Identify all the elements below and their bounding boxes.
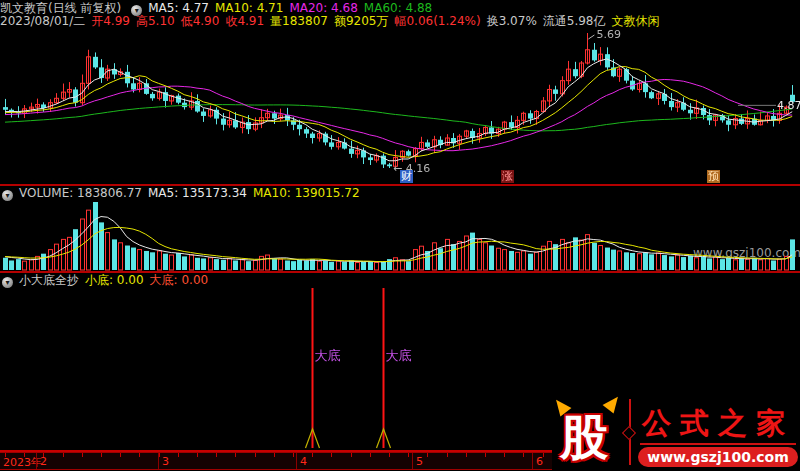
axis-tick: [139, 453, 140, 457]
indicator-legend: 小大底全抄小底: 0.00大底: 0.00: [19, 273, 214, 287]
axis-tick: [235, 453, 236, 457]
ma-value-3: MA60: 4.88: [364, 1, 432, 15]
brand-logo: 股 公式之家 www.gszj100.com: [552, 394, 800, 471]
axis-tick: [427, 453, 428, 457]
axis-tick: [120, 453, 121, 457]
ma-value-1: MA10: 4.71: [215, 1, 283, 15]
stock-title: 凯文教育(日线 前复权): [0, 1, 121, 15]
panel-divider: [0, 184, 800, 186]
brand-underline: [640, 443, 796, 445]
volume-field-1: MA5: 135173.34: [148, 186, 247, 200]
volume-field-2: MA10: 139015.72: [253, 186, 360, 200]
axis-tick: [447, 453, 448, 457]
axis-tick: [255, 453, 256, 457]
axis-tick: [216, 453, 217, 457]
volume-chart[interactable]: [0, 200, 800, 271]
candlestick-chart[interactable]: [0, 26, 800, 184]
news-marker-1[interactable]: 涨: [501, 170, 514, 183]
axis-separator: [532, 453, 533, 469]
site-url-link[interactable]: www.gszj100.com: [638, 447, 798, 467]
panel-divider: [0, 271, 800, 273]
volume-panel-header: VOLUME: 183806.77MA5: 135173.34MA10: 139…: [0, 187, 800, 201]
axis-tick: [523, 453, 524, 457]
axis-tick: [370, 453, 371, 457]
axis-tick: [389, 453, 390, 457]
brand-name: 公式之家: [642, 404, 794, 444]
axis-tick: [312, 453, 313, 457]
logo-gu-glyph: 股: [560, 406, 608, 470]
axis-tick: [466, 453, 467, 457]
news-marker-2[interactable]: 预: [707, 170, 720, 183]
indicator-panel-header: 小大底全抄小底: 0.00大底: 0.00: [0, 274, 800, 288]
ma-legend: MA5: 4.77MA10: 4.71MA20: 4.68MA60: 4.88: [148, 1, 438, 15]
indicator-field-1: 小底: 0.00: [85, 273, 144, 287]
axis-separator: [296, 453, 297, 469]
axis-month-label-2: 2: [40, 455, 47, 468]
axis-month-label-5: 5: [416, 455, 423, 468]
axis-tick: [408, 453, 409, 457]
axis-tick: [178, 453, 179, 457]
axis-month-label-6: 6: [536, 455, 543, 468]
axis-tick: [504, 453, 505, 457]
axis-separator: [36, 453, 37, 469]
axis-tick: [63, 453, 64, 457]
indicator-field-0: 小大底全抄: [19, 273, 79, 287]
axis-month-label-3: 3: [162, 455, 169, 468]
ma-value-0: MA5: 4.77: [148, 1, 209, 15]
stock-chart-window: 凯文教育(日线 前复权)MA5: 4.77MA10: 4.71MA20: 4.6…: [0, 0, 800, 471]
axis-tick: [82, 453, 83, 457]
axis-separator: [412, 453, 413, 469]
axis-separator: [158, 453, 159, 469]
diamond-icon: [622, 426, 636, 440]
axis-tick: [351, 453, 352, 457]
axis-tick: [293, 453, 294, 457]
collapse-indicator-panel-icon[interactable]: [2, 277, 13, 288]
axis-tick: [274, 453, 275, 457]
ma-value-2: MA20: 4.68: [289, 1, 357, 15]
volume-legend: VOLUME: 183806.77MA5: 135173.34MA10: 139…: [19, 186, 366, 200]
axis-month-label-4: 4: [300, 455, 307, 468]
axis-tick: [485, 453, 486, 457]
axis-tick: [197, 453, 198, 457]
volume-field-0: VOLUME: 183806.77: [19, 186, 142, 200]
indicator-field-2: 大底: 0.00: [150, 273, 209, 287]
news-marker-0[interactable]: 财: [400, 170, 413, 183]
axis-tick: [101, 453, 102, 457]
axis-tick: [331, 453, 332, 457]
